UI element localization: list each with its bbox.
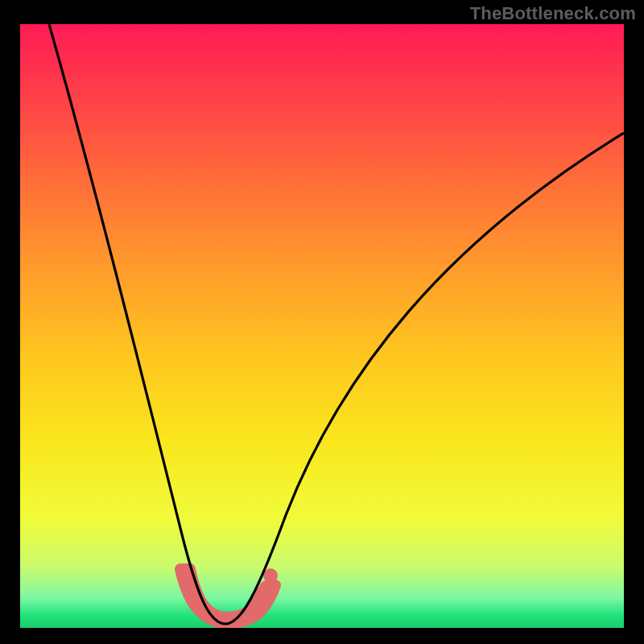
chart-plot-area [20, 24, 624, 628]
curve-line [49, 24, 624, 624]
watermark-text: TheBottleneck.com [470, 3, 636, 24]
highlight-dot [221, 613, 235, 627]
highlight-dot [180, 578, 194, 592]
highlight-dot [251, 595, 266, 609]
chart-svg [20, 24, 624, 628]
